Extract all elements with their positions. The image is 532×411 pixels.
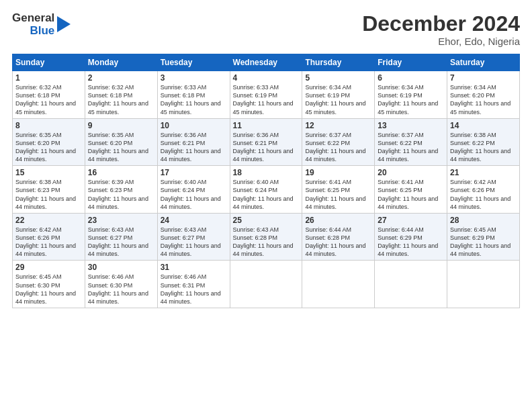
calendar-cell: 20Sunrise: 6:41 AMSunset: 6:25 PMDayligh… (375, 166, 447, 214)
day-info: Sunrise: 6:43 AMSunset: 6:27 PMDaylight:… (161, 226, 227, 259)
day-info: Sunrise: 6:43 AMSunset: 6:28 PMDaylight:… (233, 226, 300, 259)
day-info: Sunrise: 6:34 AMSunset: 6:20 PMDaylight:… (450, 83, 517, 116)
calendar-week-5: 29Sunrise: 6:45 AMSunset: 6:30 PMDayligh… (13, 261, 520, 308)
calendar-cell: 26Sunrise: 6:44 AMSunset: 6:28 PMDayligh… (302, 213, 375, 261)
calendar-cell: 29Sunrise: 6:45 AMSunset: 6:30 PMDayligh… (13, 261, 85, 308)
day-number: 15 (15, 168, 82, 177)
day-number: 31 (161, 263, 227, 272)
day-info: Sunrise: 6:38 AMSunset: 6:22 PMDaylight:… (450, 131, 517, 164)
calendar-header-row: SundayMondayTuesdayWednesdayThursdayFrid… (13, 54, 520, 71)
day-header-friday: Friday (375, 54, 447, 71)
day-number: 2 (88, 73, 154, 83)
calendar-cell: 18Sunrise: 6:40 AMSunset: 6:24 PMDayligh… (230, 166, 302, 214)
day-number: 20 (378, 168, 444, 177)
calendar-cell: 14Sunrise: 6:38 AMSunset: 6:22 PMDayligh… (447, 118, 520, 166)
day-info: Sunrise: 6:41 AMSunset: 6:25 PMDaylight:… (305, 178, 371, 211)
calendar-cell: 3Sunrise: 6:33 AMSunset: 6:18 PMDaylight… (157, 71, 230, 119)
day-number: 14 (450, 121, 517, 130)
day-number: 3 (161, 73, 227, 83)
day-number: 29 (15, 263, 82, 272)
day-info: Sunrise: 6:44 AMSunset: 6:29 PMDaylight:… (378, 226, 444, 259)
day-info: Sunrise: 6:40 AMSunset: 6:24 PMDaylight:… (233, 178, 300, 211)
calendar-cell: 11Sunrise: 6:36 AMSunset: 6:21 PMDayligh… (230, 118, 302, 166)
calendar-cell: 21Sunrise: 6:42 AMSunset: 6:26 PMDayligh… (447, 166, 520, 214)
day-number: 22 (15, 216, 82, 225)
day-info: Sunrise: 6:43 AMSunset: 6:27 PMDaylight:… (88, 226, 154, 259)
day-info: Sunrise: 6:35 AMSunset: 6:20 PMDaylight:… (88, 131, 154, 164)
day-number: 6 (378, 73, 444, 83)
day-number: 1 (15, 73, 82, 83)
day-info: Sunrise: 6:42 AMSunset: 6:26 PMDaylight:… (450, 178, 517, 211)
day-number: 30 (88, 263, 154, 272)
calendar-cell: 12Sunrise: 6:37 AMSunset: 6:22 PMDayligh… (302, 118, 375, 166)
day-info: Sunrise: 6:37 AMSunset: 6:22 PMDaylight:… (305, 131, 371, 164)
calendar-cell (302, 261, 375, 308)
page-subtitle: Ehor, Edo, Nigeria (362, 36, 520, 47)
calendar-cell: 1Sunrise: 6:32 AMSunset: 6:18 PMDaylight… (13, 71, 85, 119)
calendar-cell: 30Sunrise: 6:46 AMSunset: 6:30 PMDayligh… (85, 261, 157, 308)
day-info: Sunrise: 6:36 AMSunset: 6:21 PMDaylight:… (161, 131, 227, 164)
header: General Blue December 2024 Ehor, Edo, Ni… (12, 12, 520, 47)
calendar-cell: 10Sunrise: 6:36 AMSunset: 6:21 PMDayligh… (157, 118, 230, 166)
day-header-thursday: Thursday (302, 54, 375, 71)
calendar-cell: 4Sunrise: 6:33 AMSunset: 6:19 PMDaylight… (230, 71, 302, 119)
calendar-cell: 7Sunrise: 6:34 AMSunset: 6:20 PMDaylight… (447, 71, 520, 119)
day-info: Sunrise: 6:34 AMSunset: 6:19 PMDaylight:… (378, 83, 444, 116)
calendar-cell: 28Sunrise: 6:45 AMSunset: 6:29 PMDayligh… (447, 213, 520, 261)
day-info: Sunrise: 6:44 AMSunset: 6:28 PMDaylight:… (305, 226, 371, 259)
day-number: 25 (233, 216, 300, 225)
day-number: 5 (305, 73, 371, 83)
calendar-cell: 24Sunrise: 6:43 AMSunset: 6:27 PMDayligh… (157, 213, 230, 261)
calendar-cell: 17Sunrise: 6:40 AMSunset: 6:24 PMDayligh… (157, 166, 230, 214)
calendar-cell: 2Sunrise: 6:32 AMSunset: 6:18 PMDaylight… (85, 71, 157, 119)
day-number: 17 (161, 168, 227, 177)
day-number: 16 (88, 168, 154, 177)
day-info: Sunrise: 6:33 AMSunset: 6:19 PMDaylight:… (233, 83, 300, 116)
day-info: Sunrise: 6:39 AMSunset: 6:23 PMDaylight:… (88, 178, 154, 211)
day-number: 9 (88, 121, 154, 130)
day-info: Sunrise: 6:45 AMSunset: 6:29 PMDaylight:… (450, 226, 517, 259)
calendar-cell: 5Sunrise: 6:34 AMSunset: 6:19 PMDaylight… (302, 71, 375, 119)
logo-line2: Blue (30, 25, 54, 38)
calendar-cell: 22Sunrise: 6:42 AMSunset: 6:26 PMDayligh… (13, 213, 85, 261)
calendar-cell (375, 261, 447, 308)
calendar-cell: 13Sunrise: 6:37 AMSunset: 6:22 PMDayligh… (375, 118, 447, 166)
day-number: 12 (305, 121, 371, 130)
day-info: Sunrise: 6:45 AMSunset: 6:30 PMDaylight:… (15, 273, 82, 306)
logo-arrow-icon (57, 16, 71, 32)
day-number: 8 (15, 121, 82, 130)
page: General Blue December 2024 Ehor, Edo, Ni… (0, 0, 532, 411)
calendar-cell: 25Sunrise: 6:43 AMSunset: 6:28 PMDayligh… (230, 213, 302, 261)
day-header-monday: Monday (85, 54, 157, 71)
calendar-week-2: 8Sunrise: 6:35 AMSunset: 6:20 PMDaylight… (13, 118, 520, 166)
day-number: 10 (161, 121, 227, 130)
day-number: 23 (88, 216, 154, 225)
title-block: December 2024 Ehor, Edo, Nigeria (362, 12, 520, 47)
logo-line1: General (12, 12, 54, 25)
day-number: 4 (233, 73, 300, 83)
day-number: 18 (233, 168, 300, 177)
day-number: 21 (450, 168, 517, 177)
day-info: Sunrise: 6:41 AMSunset: 6:25 PMDaylight:… (378, 178, 444, 211)
calendar-cell: 16Sunrise: 6:39 AMSunset: 6:23 PMDayligh… (85, 166, 157, 214)
day-info: Sunrise: 6:40 AMSunset: 6:24 PMDaylight:… (161, 178, 227, 211)
day-number: 13 (378, 121, 444, 130)
calendar-cell (230, 261, 302, 308)
day-info: Sunrise: 6:46 AMSunset: 6:30 PMDaylight:… (88, 273, 154, 306)
day-info: Sunrise: 6:35 AMSunset: 6:20 PMDaylight:… (15, 131, 82, 164)
day-number: 24 (161, 216, 227, 225)
day-number: 11 (233, 121, 300, 130)
calendar-cell: 27Sunrise: 6:44 AMSunset: 6:29 PMDayligh… (375, 213, 447, 261)
day-header-wednesday: Wednesday (230, 54, 302, 71)
calendar-week-1: 1Sunrise: 6:32 AMSunset: 6:18 PMDaylight… (13, 71, 520, 119)
day-number: 7 (450, 73, 517, 83)
calendar-cell (447, 261, 520, 308)
calendar-cell: 23Sunrise: 6:43 AMSunset: 6:27 PMDayligh… (85, 213, 157, 261)
calendar-cell: 6Sunrise: 6:34 AMSunset: 6:19 PMDaylight… (375, 71, 447, 119)
day-info: Sunrise: 6:34 AMSunset: 6:19 PMDaylight:… (305, 83, 371, 116)
day-header-saturday: Saturday (447, 54, 520, 71)
day-number: 28 (450, 216, 517, 225)
day-info: Sunrise: 6:33 AMSunset: 6:18 PMDaylight:… (161, 83, 227, 116)
day-info: Sunrise: 6:46 AMSunset: 6:31 PMDaylight:… (161, 273, 227, 306)
calendar-week-3: 15Sunrise: 6:38 AMSunset: 6:23 PMDayligh… (13, 166, 520, 214)
